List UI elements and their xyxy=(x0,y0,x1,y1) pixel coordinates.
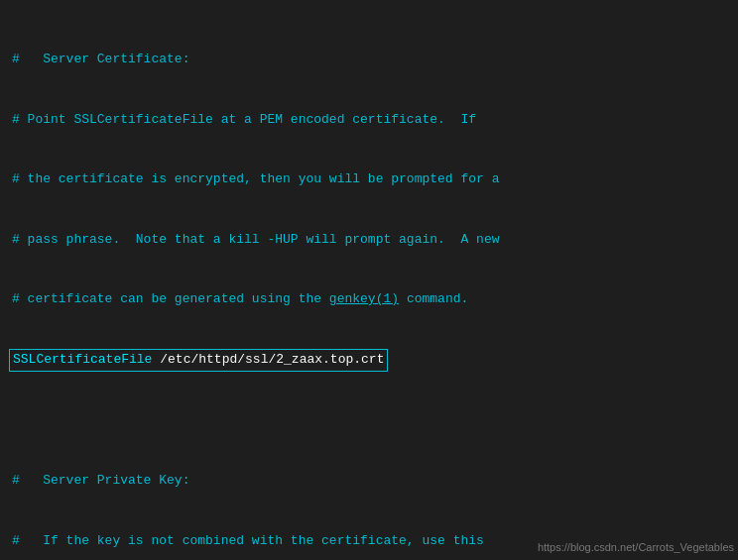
line-7-empty xyxy=(12,411,726,431)
line-2: # Point SSLCertificateFile at a PEM enco… xyxy=(12,110,726,130)
ssl-cert-file-directive: SSLCertificateFile /etc/httpd/ssl/2_zaax… xyxy=(9,349,388,371)
watermark: https://blog.csdn.net/Carrots_Vegetables xyxy=(538,539,734,556)
ssl-cert-file-path: /etc/httpd/ssl/2_zaax.top.crt xyxy=(152,352,384,367)
line-4: # pass phrase. Note that a kill -HUP wil… xyxy=(12,230,726,250)
genkey-link: genkey(1) xyxy=(329,291,399,306)
line-1: # Server Certificate: xyxy=(12,50,726,69)
ssl-cert-file-keyword: SSLCertificateFile xyxy=(13,352,152,367)
line-8: # Server Private Key: xyxy=(12,471,726,491)
line-6-directive: SSLCertificateFile /etc/httpd/ssl/2_zaax… xyxy=(12,349,726,371)
line-5: # certificate can be generated using the… xyxy=(12,289,726,309)
line-3: # the certificate is encrypted, then you… xyxy=(12,169,726,189)
code-editor: # Server Certificate: # Point SSLCertifi… xyxy=(0,0,738,560)
